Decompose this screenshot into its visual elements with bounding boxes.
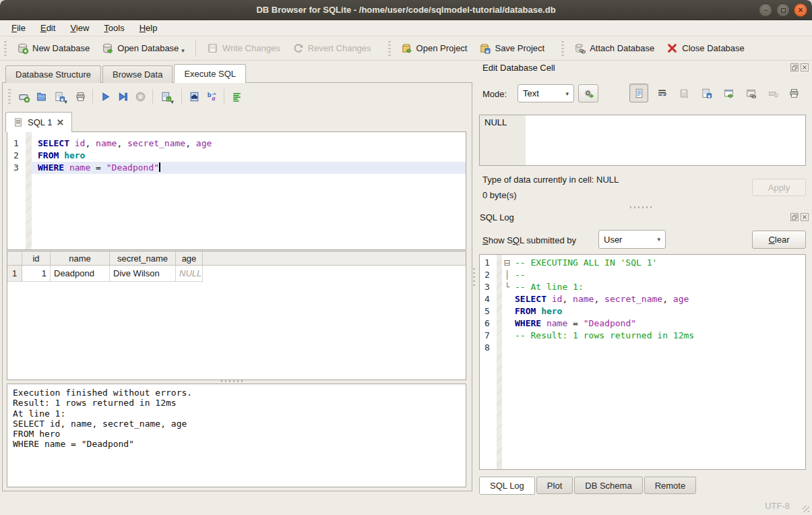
menu-file[interactable]: File (4, 22, 33, 34)
close-dock-icon[interactable] (801, 213, 809, 221)
sql-tab[interactable]: SQL 1 (5, 112, 72, 132)
word-wrap-icon (656, 88, 668, 99)
tab-execute-sql[interactable]: Execute SQL (174, 64, 246, 83)
save-sql-file-button[interactable]: ▾ (50, 88, 71, 105)
apply-button[interactable]: Apply (752, 179, 806, 196)
titlebar[interactable]: DB Browser for SQLite - /home/user/code/… (0, 0, 812, 20)
float-dock-icon[interactable] (790, 63, 799, 71)
toolbar-drag-handle[interactable] (388, 41, 391, 56)
attach-database-button[interactable]: Attach Database (568, 40, 660, 57)
cell-name[interactable]: Deadpond (51, 266, 110, 282)
import-cell-button[interactable] (675, 84, 693, 102)
word-wrap-button[interactable] (652, 84, 671, 102)
write-changes-button[interactable]: Write Changes (201, 40, 286, 57)
cell-null-value: NULL (480, 115, 526, 165)
vertical-splitter[interactable] (473, 268, 475, 289)
column-header-age[interactable]: age (176, 251, 203, 265)
print-sql-button[interactable] (71, 88, 89, 105)
column-header-secret-name[interactable]: secret_name (110, 251, 176, 265)
new-sql-tab-button[interactable] (15, 88, 32, 105)
clear-log-button[interactable]: Clear (752, 231, 806, 249)
new-database-button[interactable]: New Database (11, 40, 96, 57)
stop-execution-button[interactable] (131, 88, 149, 105)
menu-tools[interactable]: Tools (96, 22, 131, 34)
open-database-button[interactable]: Open Database ▾ (96, 40, 191, 57)
horizontal-splitter[interactable] (221, 380, 244, 382)
menu-help[interactable]: Help (132, 22, 165, 34)
row-header[interactable]: 1 (7, 266, 22, 282)
print-cell-button[interactable] (784, 84, 803, 102)
edit-cell-dock-title: Edit Database Cell (482, 63, 555, 73)
close-database-button[interactable]: Close Database (660, 40, 751, 57)
import-file-icon (679, 88, 690, 99)
log-filter-value: User (604, 235, 622, 245)
tab-plot[interactable]: Plot (536, 477, 573, 494)
corner-header[interactable] (7, 251, 22, 265)
close-button[interactable]: × (794, 3, 807, 17)
sql-toolbar-drag-handle[interactable] (8, 89, 11, 104)
save-sql-dropdown[interactable]: ▾ (64, 99, 67, 105)
encoding-indicator[interactable]: UTF-8 (765, 501, 790, 511)
resize-grip[interactable] (803, 506, 809, 512)
cell-value-editor[interactable]: NULL (479, 115, 806, 166)
cell-id[interactable]: 1 (22, 266, 51, 282)
revert-changes-button[interactable]: Revert Changes (286, 40, 377, 57)
minimize-button[interactable]: − (759, 3, 772, 17)
db-browser-window: DB Browser for SQLite - /home/user/code/… (0, 0, 812, 515)
tab-database-structure[interactable]: Database Structure (5, 65, 101, 83)
set-null-button[interactable] (763, 84, 782, 102)
apply-format-button[interactable] (578, 84, 598, 102)
menu-edit[interactable]: Edit (33, 22, 63, 34)
export-icon (723, 88, 735, 99)
svg-text:a: a (212, 94, 215, 102)
tab-db-schema[interactable]: DB Schema (574, 477, 642, 494)
export-cell-button[interactable] (719, 84, 738, 102)
tab-remote[interactable]: Remote (644, 477, 697, 494)
find-icon (189, 91, 200, 102)
maximize-icon (781, 8, 786, 13)
sql-file-icon (13, 117, 23, 127)
save-cell-button[interactable] (697, 84, 716, 102)
save-project-button[interactable]: Save Project (473, 40, 551, 57)
svg-text:b: b (207, 91, 211, 98)
tab-browse-data[interactable]: Browse Data (102, 65, 173, 83)
toolbar-drag-handle[interactable] (4, 41, 7, 56)
mode-select[interactable]: Text ▾ (518, 84, 574, 102)
cell-age[interactable]: NULL (176, 266, 203, 282)
toolbar-drag-handle[interactable] (561, 41, 564, 56)
close-tab-icon[interactable] (57, 119, 64, 126)
execute-current-line-button[interactable] (114, 88, 131, 105)
open-database-icon (102, 42, 113, 54)
sql-toolbar-separator (152, 89, 153, 104)
open-sql-file-button[interactable] (32, 88, 50, 105)
save-results-button[interactable]: ▾ (156, 88, 178, 105)
menu-view[interactable]: View (63, 22, 96, 34)
replace-button[interactable]: ba (203, 88, 220, 105)
table-row: 1 1 Deadpond Dive Wilson NULL (7, 266, 466, 282)
sql-tab-label: SQL 1 (28, 117, 52, 127)
write-changes-icon (207, 42, 218, 54)
save-results-dropdown[interactable]: ▾ (170, 99, 174, 105)
maximize-button[interactable] (776, 3, 790, 17)
find-button[interactable] (185, 88, 203, 105)
sql-editor[interactable]: 1SELECT id, name, secret_name, age2FROM … (7, 131, 466, 250)
column-header-id[interactable]: id (22, 251, 51, 265)
open-database-dropdown[interactable]: ▾ (181, 48, 185, 54)
open-project-button[interactable]: Open Project (395, 40, 474, 57)
column-header-name[interactable]: name (51, 251, 110, 265)
cell-secret-name[interactable]: Dive Wilson (110, 266, 176, 282)
dock-splitter[interactable] (630, 206, 653, 208)
execute-all-button[interactable] (96, 88, 114, 105)
text-document-icon (633, 88, 645, 99)
float-dock-icon[interactable] (790, 213, 799, 221)
execution-message-box[interactable]: Execution finished without errors. Resul… (7, 384, 466, 487)
log-filter-select[interactable]: User ▾ (598, 230, 666, 249)
tab-sql-log[interactable]: SQL Log (479, 477, 535, 495)
sql-toolbar-separator (224, 89, 224, 104)
open-external-button[interactable] (741, 84, 760, 102)
close-dock-icon[interactable] (801, 63, 809, 71)
text-mode-button[interactable] (629, 84, 648, 102)
sql-log-view[interactable]: 1⊟-- EXECUTING ALL IN 'SQL 1'2│--3└-- At… (479, 254, 806, 470)
execution-message: Execution finished without errors. Resul… (13, 388, 460, 450)
auto-format-button[interactable] (228, 88, 245, 105)
